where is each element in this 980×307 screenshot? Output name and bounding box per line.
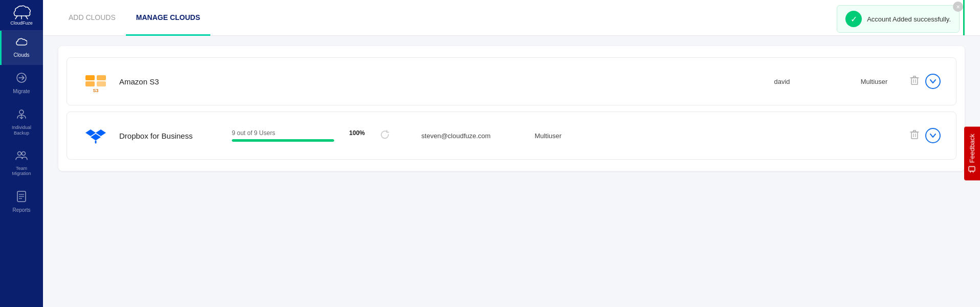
sidebar-item-individual-backup-label: IndividualBackup xyxy=(12,125,31,136)
dropbox-type: Multiuser xyxy=(522,132,574,140)
success-notification: ✓ Account Added successfully. ✕ xyxy=(837,5,960,33)
dropbox-icon xyxy=(83,123,108,148)
feedback-icon xyxy=(969,166,976,173)
dropbox-progress-label: 9 out of 9 Users 100% xyxy=(232,129,365,137)
header: ADD CLOUDS MANAGE CLOUDS Data 591.28 GB … xyxy=(43,0,980,36)
amazon-s3-icon: S3 xyxy=(82,68,109,95)
logo-label: CloudFuze xyxy=(10,20,33,26)
sidebar-item-team-migration[interactable]: TeamMigration xyxy=(0,143,43,184)
notification-close-button[interactable]: ✕ xyxy=(953,2,963,12)
dropbox-name: Dropbox for Business xyxy=(119,131,222,140)
svg-text:S3: S3 xyxy=(93,88,98,93)
dropbox-expand-button[interactable] xyxy=(925,128,941,143)
header-tabs: ADD CLOUDS MANAGE CLOUDS xyxy=(58,0,210,35)
cloud-row-dropbox-business: Dropbox for Business 9 out of 9 Users 10… xyxy=(67,112,956,160)
amazon-s3-email: david xyxy=(726,78,838,85)
svg-rect-16 xyxy=(911,132,918,139)
svg-rect-8 xyxy=(85,75,95,80)
clouds-icon xyxy=(16,38,27,50)
sidebar-item-individual-backup[interactable]: IndividualBackup xyxy=(0,101,43,143)
migrate-icon xyxy=(16,72,27,86)
sidebar-item-reports[interactable]: Reports xyxy=(0,184,43,220)
dropbox-progress: 9 out of 9 Users 100% xyxy=(232,129,365,142)
team-migration-icon xyxy=(15,150,28,163)
main-content: ADD CLOUDS MANAGE CLOUDS Data 591.28 GB … xyxy=(43,0,980,307)
sidebar-item-clouds-label: Clouds xyxy=(13,52,29,58)
cloud-row-amazon-s3: S3 Amazon S3 david Multiuser xyxy=(67,57,956,105)
sidebar-item-migrate-label: Migrate xyxy=(13,89,30,94)
dropbox-delete-button[interactable] xyxy=(910,129,919,142)
dropbox-progress-track xyxy=(232,139,334,142)
feedback-tab[interactable]: Feedback xyxy=(964,126,980,180)
amazon-s3-logo: S3 xyxy=(82,68,109,95)
individual-backup-icon xyxy=(16,108,27,122)
svg-rect-13 xyxy=(911,78,918,84)
dropbox-progress-count: 9 out of 9 Users xyxy=(232,129,275,137)
dropbox-email: steven@cloudfuze.com xyxy=(400,132,512,140)
tab-add-clouds[interactable]: ADD CLOUDS xyxy=(58,0,126,36)
svg-rect-9 xyxy=(85,81,95,86)
sidebar-item-migrate[interactable]: Migrate xyxy=(0,65,43,101)
svg-rect-19 xyxy=(969,167,975,171)
svg-rect-11 xyxy=(97,81,106,86)
success-icon: ✓ xyxy=(845,11,862,27)
amazon-s3-expand-button[interactable] xyxy=(925,74,941,89)
success-message: Account Added successfully. xyxy=(867,15,951,23)
dropbox-refresh-button[interactable] xyxy=(380,130,389,142)
sidebar-item-clouds[interactable]: Clouds xyxy=(0,31,43,65)
svg-point-1 xyxy=(19,110,24,114)
amazon-s3-type: Multiuser xyxy=(848,78,900,85)
sidebar-logo: CloudFuze xyxy=(0,0,43,31)
dropbox-actions xyxy=(910,128,941,143)
vertical-divider xyxy=(963,0,965,35)
dropbox-logo xyxy=(82,122,109,149)
amazon-s3-name: Amazon S3 xyxy=(119,77,222,86)
tab-manage-clouds[interactable]: MANAGE CLOUDS xyxy=(126,0,210,36)
amazon-s3-actions xyxy=(910,74,941,89)
svg-rect-10 xyxy=(97,75,106,80)
svg-point-3 xyxy=(22,151,26,155)
content-area: S3 Amazon S3 david Multiuser xyxy=(43,36,980,307)
cloudfuze-logo-icon xyxy=(12,5,31,19)
svg-point-2 xyxy=(18,151,21,155)
dropbox-progress-fill xyxy=(232,139,334,142)
feedback-label: Feedback xyxy=(968,134,976,163)
amazon-s3-delete-button[interactable] xyxy=(910,75,919,88)
sidebar-item-team-migration-label: TeamMigration xyxy=(12,166,31,177)
reports-icon xyxy=(16,191,27,205)
dropbox-progress-percent: 100% xyxy=(349,129,365,137)
sidebar: CloudFuze Clouds Migrate xyxy=(0,0,43,307)
sidebar-item-reports-label: Reports xyxy=(12,207,30,213)
cloud-list: S3 Amazon S3 david Multiuser xyxy=(58,46,965,171)
